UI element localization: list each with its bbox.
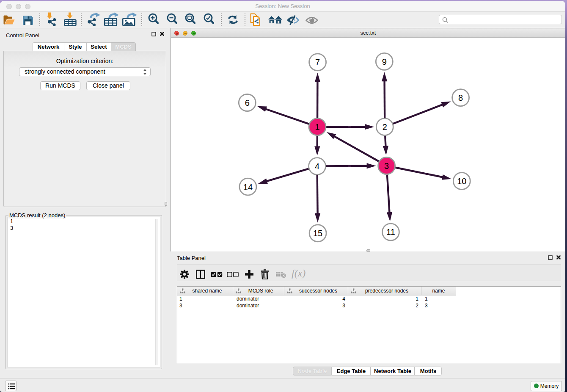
svg-text:8: 8 — [458, 93, 463, 102]
svg-text:1: 1 — [315, 122, 319, 132]
svg-text:2: 2 — [383, 122, 387, 132]
svg-text:4: 4 — [315, 162, 319, 171]
svg-text:10: 10 — [457, 177, 466, 186]
svg-text:6: 6 — [245, 98, 250, 108]
svg-text:7: 7 — [315, 58, 320, 67]
svg-text:14: 14 — [243, 182, 253, 192]
svg-text:11: 11 — [386, 227, 395, 237]
svg-text:15: 15 — [313, 229, 322, 238]
svg-text:3: 3 — [384, 161, 389, 171]
svg-text:9: 9 — [382, 57, 387, 66]
